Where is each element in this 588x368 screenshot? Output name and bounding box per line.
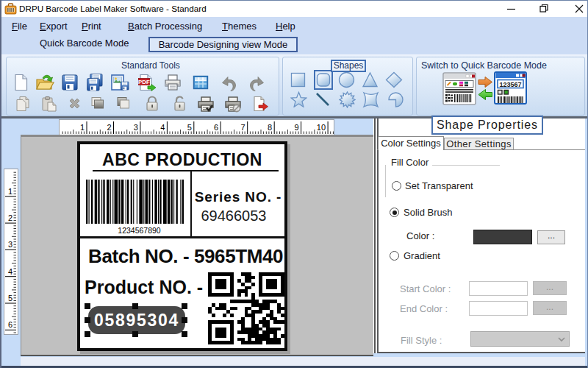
svg-text:123567: 123567 bbox=[499, 81, 521, 88]
svg-text:6: 6 bbox=[214, 123, 218, 132]
svg-text:8: 8 bbox=[268, 123, 272, 132]
svg-text:3: 3 bbox=[134, 123, 138, 132]
svg-text:6: 6 bbox=[8, 320, 12, 329]
svg-text:5: 5 bbox=[187, 123, 192, 132]
svg-text:1: 1 bbox=[80, 123, 85, 132]
svg-text:4: 4 bbox=[160, 123, 165, 132]
svg-text:PDF: PDF bbox=[138, 79, 150, 85]
svg-text:2: 2 bbox=[107, 123, 111, 132]
svg-text:5: 5 bbox=[8, 294, 12, 302]
svg-text:7: 7 bbox=[241, 123, 245, 132]
svg-text:3: 3 bbox=[8, 240, 12, 249]
svg-text:4: 4 bbox=[8, 267, 12, 276]
svg-text:1: 1 bbox=[8, 187, 12, 196]
svg-text:2: 2 bbox=[8, 213, 12, 222]
svg-text:10: 10 bbox=[317, 123, 326, 132]
svg-text:9: 9 bbox=[294, 123, 298, 132]
